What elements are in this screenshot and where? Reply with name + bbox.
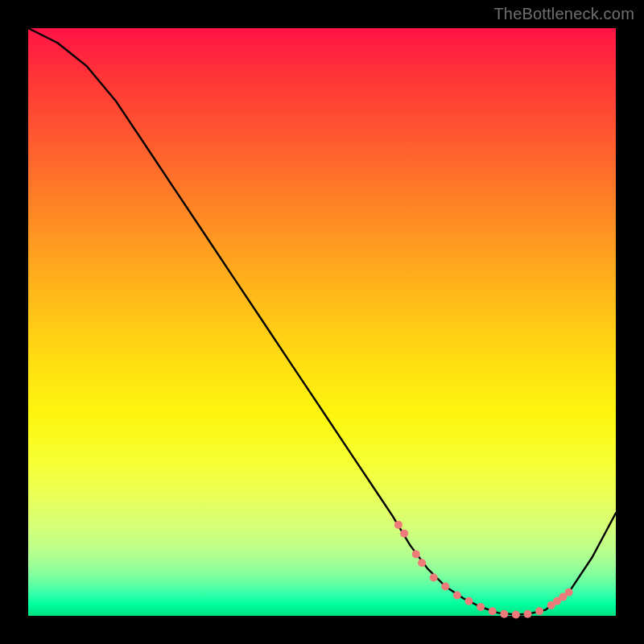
highlight-dot xyxy=(524,610,532,618)
chart-stage: TheBottleneck.com xyxy=(0,0,644,644)
chart-svg xyxy=(28,28,616,616)
highlight-dot xyxy=(565,588,573,597)
highlight-dot xyxy=(465,597,473,605)
watermark-text: TheBottleneck.com xyxy=(493,5,634,23)
highlight-dot xyxy=(400,530,408,538)
highlight-dot xyxy=(489,607,497,615)
highlight-dot xyxy=(477,603,485,611)
plot-area xyxy=(28,28,616,616)
highlight-dot xyxy=(535,607,543,615)
highlight-dot xyxy=(418,559,426,567)
bottleneck-curve xyxy=(28,28,616,615)
highlight-dot xyxy=(500,610,508,618)
highlight-dot xyxy=(412,550,420,558)
highlight-dot xyxy=(441,583,449,591)
highlight-dot xyxy=(430,574,438,582)
highlight-dot xyxy=(453,592,461,600)
highlight-dot xyxy=(394,521,402,529)
flat-region-dots xyxy=(394,521,573,619)
highlight-dot xyxy=(512,611,520,619)
